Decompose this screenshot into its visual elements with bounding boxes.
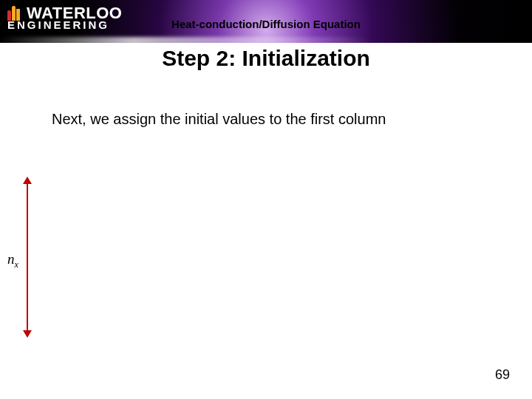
axis-label-nx: nx [7,251,18,270]
axis-label-var: n [7,251,15,267]
topic-heading: Heat-conduction/Diffusion Equation [0,18,532,30]
slide: WATERLOO ENGINEERING Heat-conduction/Dif… [0,0,532,399]
body-text: Next, we assign the initial values to th… [52,111,495,128]
page-number: 69 [495,367,510,383]
vertical-extent-arrow-icon [27,183,28,331]
slide-title: Step 2: Initialization [0,46,532,71]
axis-label-sub: x [15,259,18,270]
